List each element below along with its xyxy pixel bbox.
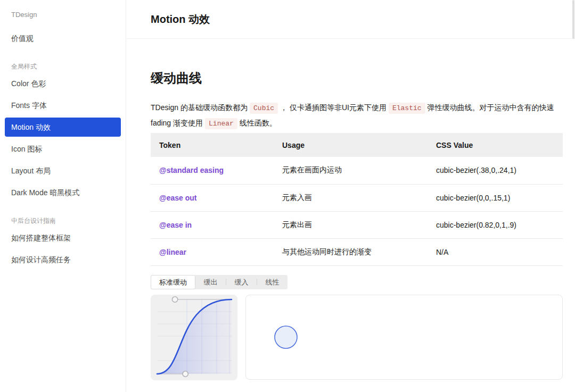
sidebar-item-color[interactable]: Color 色彩 (5, 74, 121, 93)
sidebar: TDesign 价值观 全局样式 Color 色彩 Fonts 字体 Motio… (0, 0, 126, 392)
easing-tabbar: 标准缓动 缓出 缓入 线性 (151, 275, 288, 289)
bezier-curve-editor[interactable] (151, 295, 237, 380)
col-header-token: Token (151, 133, 274, 157)
motion-demo-row (151, 295, 563, 380)
sidebar-item-fonts[interactable]: Fonts 字体 (5, 96, 121, 115)
main-area: Motion 动效 缓动曲线 TDesign 的基础缓动函数都为Cubic， 仅… (127, 0, 575, 392)
css-cell: cubic-bezier(0.82,0,1,.9) (428, 211, 563, 238)
sidebar-item-framework[interactable]: 如何搭建整体框架 (5, 228, 121, 247)
token-cell: @ease out (151, 184, 274, 211)
tab-standard-easing[interactable]: 标准缓动 (151, 275, 195, 289)
tdesign-logo[interactable]: TDesign (11, 10, 126, 20)
sidebar-section-guide: 中后台设计指南 (11, 216, 126, 226)
usage-cell: 元素入画 (274, 184, 428, 211)
scrollbar-thumb[interactable] (572, 0, 574, 39)
token-cell: @ease in (151, 211, 274, 238)
sidebar-item-tasks[interactable]: 如何设计高频任务 (5, 250, 121, 269)
sidebar-section-global-styles: 全局样式 (11, 62, 126, 71)
animation-stage[interactable] (245, 295, 563, 380)
usage-cell: 与其他运动同时进行的渐变 (274, 238, 428, 265)
intro-text-1: TDesign 的基础缓动函数都为 (151, 103, 248, 112)
code-cubic: Cubic (250, 103, 278, 114)
code-elastic: Elastic (389, 103, 425, 114)
token-cell: @linear (151, 238, 274, 265)
usage-cell: 元素出画 (274, 211, 428, 238)
animation-stage-canvas (246, 295, 563, 379)
animated-ball (275, 326, 297, 348)
code-linear: Linear (205, 118, 237, 129)
sidebar-item-icon[interactable]: Icon 图标 (5, 139, 121, 159)
page-content: 缓动曲线 TDesign 的基础缓动函数都为Cubic， 仅卡通插图等非UI元素… (127, 69, 575, 380)
sidebar-item-motion[interactable]: Motion 动效 (5, 118, 121, 137)
page-header: Motion 动效 (127, 0, 575, 39)
table-row: @linear 与其他运动同时进行的渐变 N/A (151, 238, 563, 265)
sidebar-item-darkmode[interactable]: Dark Mode 暗黑模式 (5, 183, 121, 202)
table-row: @ease in 元素出画 cubic-bezier(0.82,0,1,.9) (151, 211, 563, 238)
tab-ease-out[interactable]: 缓出 (195, 275, 226, 289)
easing-token-table: Token Usage CSS Value @standard easing 元… (151, 133, 563, 266)
tab-ease-in[interactable]: 缓入 (226, 275, 257, 289)
col-header-css: CSS Value (428, 133, 563, 157)
bezier-curve-graph (151, 295, 237, 380)
css-cell: N/A (428, 238, 563, 265)
intro-text-2: ， 仅卡通插图等非UI元素下使用 (280, 103, 387, 112)
table-row: @standard easing 元素在画面内运动 cubic-bezier(.… (151, 157, 563, 184)
intro-paragraph: TDesign 的基础缓动函数都为Cubic， 仅卡通插图等非UI元素下使用El… (151, 100, 563, 131)
tab-linear[interactable]: 线性 (257, 275, 288, 289)
usage-cell: 元素在画面内运动 (274, 157, 428, 184)
control-handle-p1[interactable] (183, 371, 188, 376)
control-handle-p2[interactable] (172, 296, 177, 302)
page-title: Motion 动效 (151, 12, 210, 27)
table-row: @ease out 元素入画 cubic-bezier(0,0,.15,1) (151, 184, 563, 211)
css-cell: cubic-bezier(0,0,.15,1) (428, 184, 563, 211)
sidebar-item-layout[interactable]: Layout 布局 (5, 161, 121, 180)
token-cell: @standard easing (151, 157, 274, 184)
section-title: 缓动曲线 (151, 69, 563, 87)
col-header-usage: Usage (274, 133, 428, 157)
css-cell: cubic-bezier(.38,0,.24,1) (428, 157, 563, 184)
sidebar-item-values[interactable]: 价值观 (5, 29, 121, 48)
intro-text-4: 线性函数。 (240, 119, 277, 127)
table-header-row: Token Usage CSS Value (151, 133, 563, 157)
